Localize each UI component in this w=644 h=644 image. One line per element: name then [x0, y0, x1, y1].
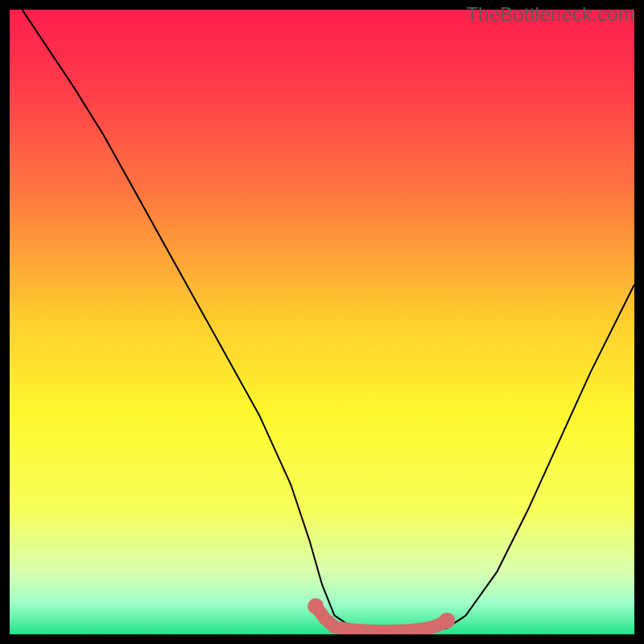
attribution-text: TheBottleneck.com	[466, 3, 634, 26]
optimal-range-endpoint	[308, 598, 324, 614]
gradient-background	[10, 10, 634, 634]
chart-plot-area	[10, 10, 634, 634]
optimal-range-endpoint	[439, 613, 455, 629]
bottleneck-chart	[10, 10, 634, 634]
